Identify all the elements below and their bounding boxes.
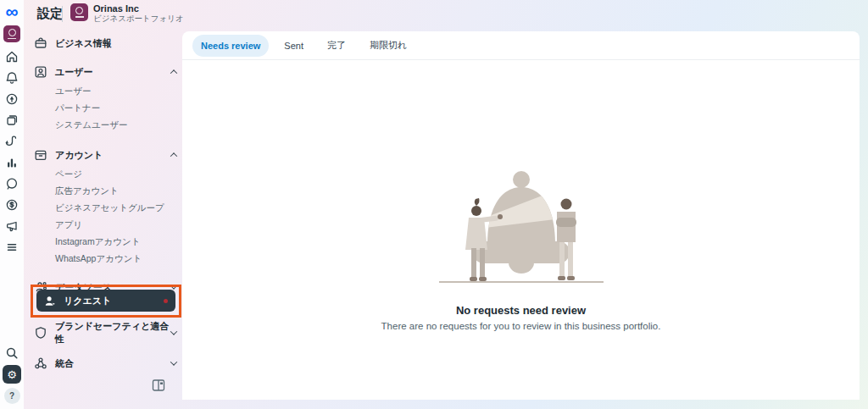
person-icon [44,295,57,307]
user-card-icon [34,65,47,79]
monetization-icon[interactable] [3,196,21,214]
app-rail: ∞ [0,0,24,409]
avatar-ring [8,29,16,36]
sidebar-item-pages[interactable]: ページ [34,166,181,183]
sidebar-label: ユーザー [55,66,171,79]
empty-state-title: No requests need review [456,304,586,317]
chevron-up-icon [170,152,177,159]
chevron-up-icon [170,69,177,76]
sidebar-item-partners[interactable]: パートナー [34,100,181,117]
shield-icon [34,326,47,340]
home-icon[interactable] [3,47,21,66]
requests-tabbar: Needs review Sent 完了 期限切れ [182,31,860,60]
sidebar-label: リクエスト [64,295,164,307]
settings-sidebar-lower: ブランドセーフティと適合性 統合 [34,322,181,374]
sidebar-item-whatsapp-accounts[interactable]: WhatsAppアカウント [34,251,181,268]
business-settings-screen: ∞ [0,0,868,409]
sidebar-item-system-users[interactable]: システムユーザー [34,117,181,134]
sidebar-item-business-info[interactable]: ビジネス情報 [34,32,181,54]
avatar-bar [8,38,16,40]
meta-logo-icon[interactable]: ∞ [6,3,19,20]
hook-icon[interactable] [3,132,21,151]
help-icon[interactable]: ? [4,388,20,404]
integration-nodes-icon [34,356,47,370]
avatar-bar [75,16,84,18]
sidebar-label: アカウント [55,149,171,162]
all-tools-icon[interactable] [3,238,21,257]
sidebar-item-asset-groups[interactable]: ビジネスアセットグループ [34,200,181,217]
settings-sidebar: ビジネス情報 ユーザー ユーザー パートナー システムユーザー アカウント ペー… [34,32,181,298]
requests-panel: Needs review Sent 完了 期限切れ [182,31,860,400]
sidebar-section-users[interactable]: ユーザー [34,61,181,83]
sidebar-item-requests[interactable]: リクエスト [36,290,175,312]
sidebar-item-instagram-accounts[interactable]: Instagramアカウント [34,234,181,251]
sidebar-section-accounts[interactable]: アカウント [34,144,181,166]
unread-dot-badge [164,299,168,303]
avatar-ring [75,7,83,14]
sidebar-label: 統合 [55,357,171,370]
boost-icon[interactable] [3,90,21,108]
tab-sent[interactable]: Sent [275,35,312,57]
sidebar-item-ad-accounts[interactable]: 広告アカウント [34,183,181,200]
search-icon[interactable] [3,344,21,362]
business-name[interactable]: Orinas Inc [93,3,139,14]
page-title: 設定 [37,6,63,22]
sidebar-label: ブランドセーフティと適合性 [55,320,171,345]
briefcase-icon [34,36,47,50]
chevron-down-icon [170,358,177,365]
sidebar-section-brand-safety[interactable]: ブランドセーフティと適合性 [34,322,181,344]
chevron-down-icon [170,328,177,334]
sidebar-section-integrations[interactable]: 統合 [34,352,181,374]
ads-icon[interactable] [3,217,21,235]
tab-needs-review[interactable]: Needs review [192,35,269,57]
header-divider [62,6,63,22]
bell-illustration [424,163,619,290]
tab-done[interactable]: 完了 [319,33,354,58]
tab-expired[interactable]: 期限切れ [361,33,415,58]
archive-box-icon [34,148,47,162]
notifications-icon[interactable] [3,69,21,87]
empty-state-subtitle: There are no requests for you to review … [381,321,661,331]
business-type-label: ビジネスポートフォリオ [93,14,184,25]
empty-state: No requests need review There are no req… [182,163,860,331]
settings-gear-icon[interactable]: ⚙ [3,365,21,384]
messages-icon[interactable] [3,174,21,193]
collapse-sidebar-icon[interactable] [151,378,166,393]
sidebar-label: ビジネス情報 [55,37,181,50]
business-avatar-icon[interactable] [3,25,20,42]
sidebar-item-users[interactable]: ユーザー [34,83,181,100]
insights-icon[interactable] [3,153,21,172]
business-portfolio-avatar[interactable] [70,3,88,21]
sidebar-item-apps[interactable]: アプリ [34,217,181,234]
content-icon[interactable] [3,111,21,130]
